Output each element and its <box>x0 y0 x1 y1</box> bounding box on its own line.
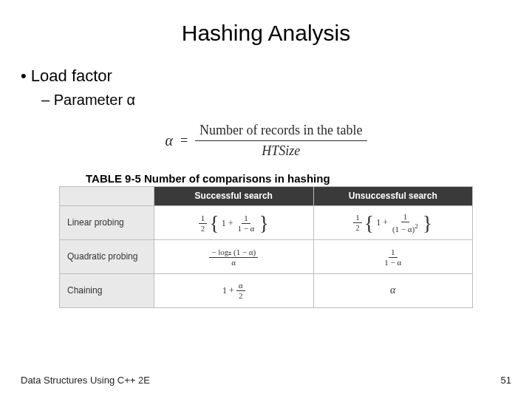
table-header-successful: Successful search <box>154 186 314 205</box>
table-header-row: Successful search Unsuccessful search <box>60 186 473 205</box>
formula-alpha-definition: α = Number of records in the table HTSiz… <box>21 122 511 160</box>
slide-footer: Data Structures Using C++ 2E 51 <box>21 375 511 386</box>
row-label-linear-probing: Linear probing <box>60 205 154 239</box>
formula-denominator: HTSize <box>257 141 304 160</box>
formula-numerator: Number of records in the table <box>195 122 366 141</box>
formula-fraction: Number of records in the table HTSize <box>195 122 366 160</box>
comparisons-table: Successful search Unsuccessful search Li… <box>59 186 473 308</box>
cell-linear-successful: 12 { 1 + 11 − α } <box>154 205 314 239</box>
cell-chaining-successful: 1 + α2 <box>154 273 314 307</box>
footer-source: Data Structures Using C++ 2E <box>21 375 150 386</box>
slide: Hashing Analysis Load factor Parameter α… <box>0 0 532 399</box>
table-row: Chaining 1 + α2 α <box>60 273 473 307</box>
footer-page-number: 51 <box>501 375 511 386</box>
cell-quadratic-unsuccessful: 11 − α <box>313 239 473 273</box>
table-header-blank <box>60 186 154 205</box>
row-label-quadratic-probing: Quadratic probing <box>60 239 154 273</box>
bullet-level-2: Parameter α <box>41 92 511 109</box>
table-header-unsuccessful: Unsuccessful search <box>313 186 473 205</box>
row-label-chaining: Chaining <box>60 273 154 307</box>
cell-linear-unsuccessful: 12 { 1 + 1 (1 − α)2 } <box>313 205 473 239</box>
cell-quadratic-successful: − log₂ (1 − α)α <box>154 239 314 273</box>
table-row: Quadratic probing − log₂ (1 − α)α 11 − α <box>60 239 473 273</box>
cell-chaining-unsuccessful: α <box>313 273 473 307</box>
slide-title: Hashing Analysis <box>21 21 511 46</box>
bullet-level-1: Load factor <box>21 66 511 86</box>
table-row: Linear probing 12 { 1 + 11 − α } <box>60 205 473 239</box>
formula-lhs: α <box>165 132 173 149</box>
table-caption: TABLE 9-5 Number of comparisons in hashi… <box>86 172 511 185</box>
formula-equals: = <box>180 133 188 149</box>
